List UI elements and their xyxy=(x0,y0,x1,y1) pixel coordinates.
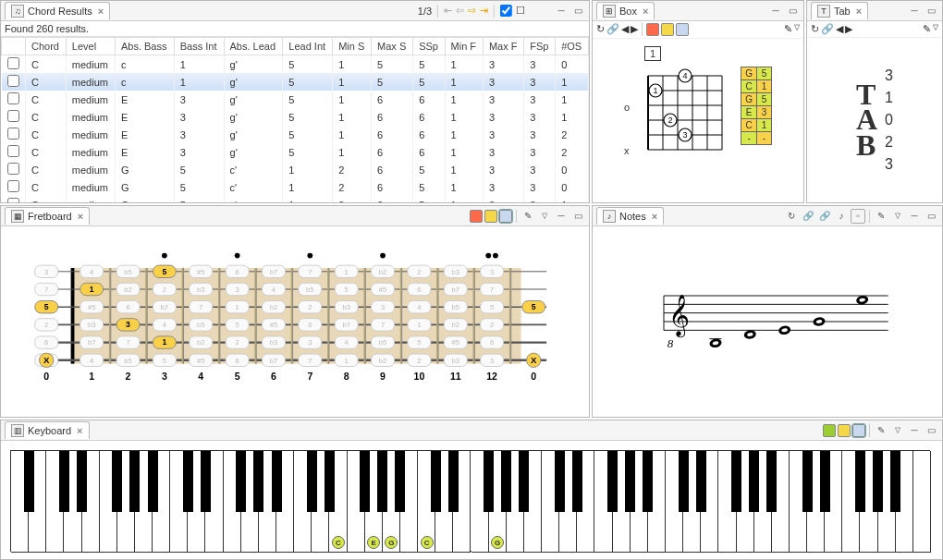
maximize-icon[interactable]: ▭ xyxy=(924,423,938,438)
col-header[interactable]: Abs. Bass xyxy=(115,38,174,55)
menu-icon[interactable]: ▽ xyxy=(890,209,905,224)
col-header[interactable]: FSp xyxy=(524,38,556,55)
first-icon[interactable]: ⇤ xyxy=(444,5,452,17)
table-row[interactable]: CmediumG5c'12651330 xyxy=(2,161,589,178)
close-icon[interactable]: × xyxy=(78,211,83,222)
col-header[interactable]: Max F xyxy=(483,38,523,55)
last-icon[interactable]: ⇥ xyxy=(480,5,488,17)
link-icon[interactable]: 🔗 xyxy=(821,23,834,35)
table-row[interactable]: CmediumG5c'12651331 xyxy=(2,196,589,202)
col-header[interactable]: #OS xyxy=(556,38,589,55)
prev-icon[interactable]: ⇦ xyxy=(456,5,464,17)
menu-icon[interactable]: ▽ xyxy=(890,423,905,438)
minimize-icon[interactable]: ─ xyxy=(554,209,569,224)
tab-chord-results[interactable]: ♫ Chord Results × xyxy=(5,2,110,19)
link-icon[interactable]: 🔗 xyxy=(606,23,619,36)
svg-text:2: 2 xyxy=(308,303,312,311)
minimize-icon[interactable]: ─ xyxy=(768,4,783,18)
svg-point-54 xyxy=(307,253,312,259)
svg-text:0: 0 xyxy=(531,371,536,382)
table-row[interactable]: Cmediumc1g'51551331 xyxy=(2,73,589,91)
col-header[interactable]: Chord xyxy=(26,38,67,55)
blue-dot-icon[interactable] xyxy=(499,210,512,223)
tab-tab[interactable]: T Tab × xyxy=(811,2,868,19)
refresh-icon[interactable]: ↻ xyxy=(784,209,799,224)
col-header[interactable]: Abs. Lead xyxy=(224,38,283,55)
svg-text:#5: #5 xyxy=(197,268,205,276)
tab-keyboard[interactable]: ▥ Keyboard × xyxy=(5,421,90,439)
edit-icon[interactable]: ✎ xyxy=(874,423,888,438)
box-icon[interactable]: ▫ xyxy=(851,209,865,224)
note-icon[interactable]: ♪ xyxy=(834,209,849,224)
minimize-icon[interactable]: ─ xyxy=(554,4,569,18)
col-header[interactable]: Lead Int xyxy=(283,38,333,55)
svg-point-52 xyxy=(162,253,167,259)
next-icon[interactable]: ⇨ xyxy=(468,5,476,17)
col-header[interactable]: Min S xyxy=(333,38,372,55)
close-icon[interactable]: × xyxy=(652,211,657,222)
edit-icon[interactable]: ✎ xyxy=(874,209,888,224)
col-header[interactable]: Bass Int xyxy=(174,38,224,55)
svg-text:2: 2 xyxy=(417,268,421,276)
yellow-dot-icon[interactable] xyxy=(484,210,497,223)
refresh-icon[interactable]: ↻ xyxy=(811,23,819,35)
minimize-icon[interactable]: ─ xyxy=(907,423,922,438)
prev-icon[interactable]: ◀ xyxy=(621,23,629,36)
link2-icon[interactable]: 🔗 xyxy=(817,209,832,224)
menu-icon[interactable]: ▽ xyxy=(537,209,552,224)
piano-keyboard[interactable]: CEGCG xyxy=(10,450,930,552)
maximize-icon[interactable]: ▭ xyxy=(924,4,938,18)
svg-text:b3: b3 xyxy=(342,303,350,311)
tab-box[interactable]: ⊞ Box × xyxy=(596,2,655,19)
red-dot-icon[interactable] xyxy=(470,210,483,223)
maximize-icon[interactable]: ▭ xyxy=(570,4,585,18)
svg-text:5: 5 xyxy=(532,302,536,311)
minimize-icon[interactable]: ─ xyxy=(907,209,922,224)
table-row[interactable]: Cmediumc1g'51551330 xyxy=(2,55,589,74)
table-row[interactable]: CmediumE3g'51661331 xyxy=(2,91,589,108)
edit-icon[interactable]: ✎ xyxy=(923,23,931,35)
svg-text:7: 7 xyxy=(199,303,202,311)
tab-fretboard[interactable]: ▦ Fretboard × xyxy=(5,207,90,225)
minimize-icon[interactable]: ─ xyxy=(907,4,922,18)
next-icon[interactable]: ▶ xyxy=(845,23,852,35)
svg-text:2: 2 xyxy=(668,116,673,125)
blue-dot-icon[interactable] xyxy=(676,23,689,36)
maximize-icon[interactable]: ▭ xyxy=(785,4,800,18)
prev-icon[interactable]: ◀ xyxy=(836,23,843,35)
close-icon[interactable]: × xyxy=(98,6,104,17)
close-icon[interactable]: × xyxy=(856,6,862,17)
svg-text:2: 2 xyxy=(126,371,131,382)
green-dot-icon[interactable] xyxy=(823,424,836,437)
tab-notes[interactable]: ♪ Notes × xyxy=(596,207,664,225)
menu-icon[interactable]: ▽ xyxy=(794,23,800,36)
edit-icon[interactable]: ✎ xyxy=(520,209,535,224)
yellow-dot-icon[interactable] xyxy=(661,23,674,36)
table-row[interactable]: CmediumE3g'51661332 xyxy=(2,126,589,143)
maximize-icon[interactable]: ▭ xyxy=(924,209,938,224)
svg-text:1: 1 xyxy=(417,321,421,329)
col-header[interactable]: Level xyxy=(66,38,115,55)
blue-dot-icon[interactable] xyxy=(852,424,865,437)
svg-text:b7: b7 xyxy=(451,286,459,294)
col-header[interactable] xyxy=(2,38,26,55)
refresh-icon[interactable]: ↻ xyxy=(596,23,605,36)
col-header[interactable]: SSp xyxy=(413,38,445,55)
link-icon[interactable]: 🔗 xyxy=(801,209,815,224)
close-icon[interactable]: × xyxy=(643,6,648,17)
col-header[interactable]: Min F xyxy=(445,38,483,55)
maximize-icon[interactable]: ▭ xyxy=(570,209,585,224)
yellow-dot-icon[interactable] xyxy=(838,424,851,437)
menu-icon[interactable]: ▽ xyxy=(933,23,938,35)
col-header[interactable]: Max S xyxy=(372,38,413,55)
red-dot-icon[interactable] xyxy=(646,23,659,36)
clear-icon[interactable]: ☐ xyxy=(516,5,525,17)
toggle-checkbox[interactable] xyxy=(500,5,512,17)
close-icon[interactable]: × xyxy=(77,425,82,436)
table-row[interactable]: CmediumG5c'12651330 xyxy=(2,178,589,196)
table-row[interactable]: CmediumE3g'51661331 xyxy=(2,108,589,126)
svg-text:3: 3 xyxy=(381,303,385,311)
table-row[interactable]: CmediumE3g'51661332 xyxy=(2,143,589,161)
edit-icon[interactable]: ✎ xyxy=(784,23,792,36)
next-icon[interactable]: ▶ xyxy=(631,23,638,36)
